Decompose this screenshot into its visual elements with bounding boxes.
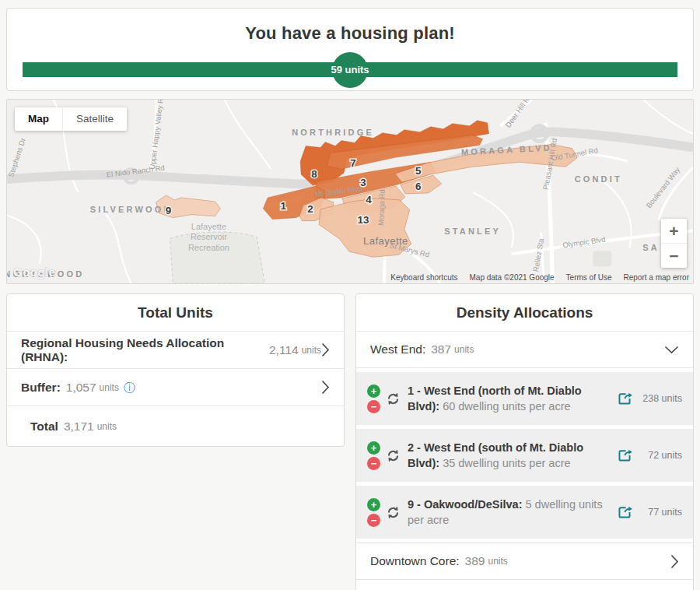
west-end-unit: units xyxy=(454,344,474,355)
density-subrow-1: + − 1 - West End (north of Mt. Diablo Bl… xyxy=(356,372,693,425)
condit-park-area xyxy=(593,251,611,266)
map-label: Olympic Blvd xyxy=(562,235,606,250)
map-label: Stephens Dr xyxy=(7,137,27,178)
map-label: Deer Hill Rd xyxy=(503,100,533,129)
buffer-value: 1,057 xyxy=(66,381,96,395)
share-icon[interactable] xyxy=(617,448,632,462)
downtown-core-unit: units xyxy=(488,556,507,567)
total-value: 3,171 xyxy=(64,420,94,434)
buffer-unit: units xyxy=(100,382,119,393)
share-icon[interactable] xyxy=(617,505,632,519)
downtown-core-value: 389 xyxy=(465,554,485,568)
subrow-units: 72 units xyxy=(632,450,682,461)
map-label: CONDIT xyxy=(575,174,622,184)
decrease-density-button[interactable]: − xyxy=(367,514,380,527)
map-button[interactable]: Map xyxy=(15,107,63,131)
rhna-label: Regional Housing Needs Allocation (RHNA)… xyxy=(21,336,264,364)
total-label: Total xyxy=(30,420,58,434)
map-label: Recreation xyxy=(188,243,229,252)
zoom-out-button[interactable]: − xyxy=(661,243,687,268)
total-units-panel: Total Units Regional Housing Needs Alloc… xyxy=(6,293,345,447)
reset-density-icon[interactable] xyxy=(386,505,401,520)
map-data-label: Map data ©2021 Google xyxy=(469,273,554,282)
subrow-density: 35 dwelling units per acre xyxy=(443,457,570,469)
density-stepper: + − xyxy=(367,441,380,470)
buffer-row[interactable]: Buffer: 1,057 units ⓘ xyxy=(7,369,344,406)
reset-density-icon[interactable] xyxy=(386,392,401,406)
rhna-unit: units xyxy=(302,345,321,356)
region-number-3: 3 xyxy=(360,177,366,188)
density-title: Density Allocations xyxy=(356,294,693,332)
west-end-label: West End: xyxy=(370,342,425,356)
west-end-section[interactable]: West End: 387 units xyxy=(356,332,693,368)
keyboard-shortcuts-link[interactable]: Keyboard shortcuts xyxy=(390,273,457,282)
units-progress-bar[interactable]: 59 units xyxy=(23,62,677,77)
housing-plan-banner: You have a housing plan! 59 units xyxy=(6,8,694,91)
subrow-units: 238 units xyxy=(632,393,682,404)
rhna-row[interactable]: Regional Housing Needs Allocation (RHNA)… xyxy=(7,332,344,369)
subrow-text: 1 - West End (north of Mt. Diablo Blvd):… xyxy=(408,383,617,415)
map-label: Moraga Rd xyxy=(376,189,387,226)
total-row: Total 3,171 units xyxy=(7,406,344,446)
banner-title: You have a housing plan! xyxy=(7,9,693,44)
total-unit: units xyxy=(97,421,117,432)
downtown-core-section[interactable]: Downtown Core: 389 units xyxy=(356,543,693,579)
subrow-text: 2 - West End (south of Mt. Diablo Blvd):… xyxy=(408,440,617,472)
density-subrow-2: + − 2 - West End (south of Mt. Diablo Bl… xyxy=(356,429,693,482)
increase-density-button[interactable]: + xyxy=(367,498,380,511)
region-number-1: 1 xyxy=(280,200,286,212)
west-end-value: 387 xyxy=(431,342,451,356)
region-number-7: 7 xyxy=(350,157,355,169)
density-stepper: + − xyxy=(367,385,380,413)
total-units-title: Total Units xyxy=(7,294,344,332)
subrow-density: 60 dwelling units per acre xyxy=(443,400,570,413)
rhna-value: 2,114 xyxy=(269,343,299,357)
density-allocations-panel: Density Allocations West End: 387 units … xyxy=(355,293,694,590)
terms-of-use-link[interactable]: Terms of Use xyxy=(566,273,612,282)
decrease-density-button[interactable]: − xyxy=(367,400,380,413)
map-attribution: Keyboard shortcuts Map data ©2021 Google… xyxy=(390,273,689,282)
subrow-units: 77 units xyxy=(632,507,682,518)
map-label: Upper Happy Valley Rd xyxy=(148,100,166,170)
density-stepper: + − xyxy=(367,498,380,527)
map-label: Reservoir xyxy=(191,233,227,242)
map[interactable]: NORTHRIDGEMORAGA BLVDCONDITSILVERWOODSTA… xyxy=(6,99,694,284)
downtown-core-label: Downtown Core: xyxy=(370,554,460,568)
map-label: SA xyxy=(642,243,660,252)
map-type-toggle: Map Satellite xyxy=(15,107,127,131)
increase-density-button[interactable]: + xyxy=(367,441,380,455)
decrease-density-button[interactable]: − xyxy=(367,457,380,470)
google-logo: Google xyxy=(13,265,56,279)
map-label: NORTHRIDGE xyxy=(292,128,374,137)
region-number-5: 5 xyxy=(415,165,422,177)
report-map-error-link[interactable]: Report a map error xyxy=(624,273,689,282)
zoom-in-button[interactable]: + xyxy=(661,219,687,243)
satellite-button[interactable]: Satellite xyxy=(63,107,127,131)
region-number-8: 8 xyxy=(311,168,317,180)
units-badge-label: 59 units xyxy=(23,62,677,77)
map-label: Lafayette xyxy=(191,222,226,231)
subrow-text: 9 - Oakwood/DeSilva: 5 dwelling units pe… xyxy=(408,497,617,529)
info-icon[interactable]: ⓘ xyxy=(124,381,135,393)
density-subrow-3: + − 9 - Oakwood/DeSilva: 5 dwelling unit… xyxy=(356,486,693,539)
subrow-name: 9 - Oakwood/DeSilva: xyxy=(408,498,522,511)
chevron-right-icon[interactable] xyxy=(670,554,679,569)
region-number-6: 6 xyxy=(415,181,421,192)
map-label: STANLEY xyxy=(444,227,501,236)
chevron-down-icon[interactable] xyxy=(664,346,679,354)
east-end-section[interactable]: East End: 439 units xyxy=(356,579,693,590)
region-number-2: 2 xyxy=(307,203,313,215)
map-zoom-control: + − xyxy=(661,219,687,268)
region-number-13: 13 xyxy=(357,214,369,226)
map-label: SILVERWOOD xyxy=(90,205,173,214)
increase-density-button[interactable]: + xyxy=(367,385,380,398)
region-number-4: 4 xyxy=(366,194,372,205)
buffer-label: Buffer: xyxy=(21,381,61,395)
share-icon[interactable] xyxy=(617,392,632,406)
region-number-9: 9 xyxy=(166,205,171,216)
chevron-right-icon[interactable] xyxy=(321,342,330,357)
reset-density-icon[interactable] xyxy=(386,448,401,463)
chevron-right-icon[interactable] xyxy=(321,380,330,395)
